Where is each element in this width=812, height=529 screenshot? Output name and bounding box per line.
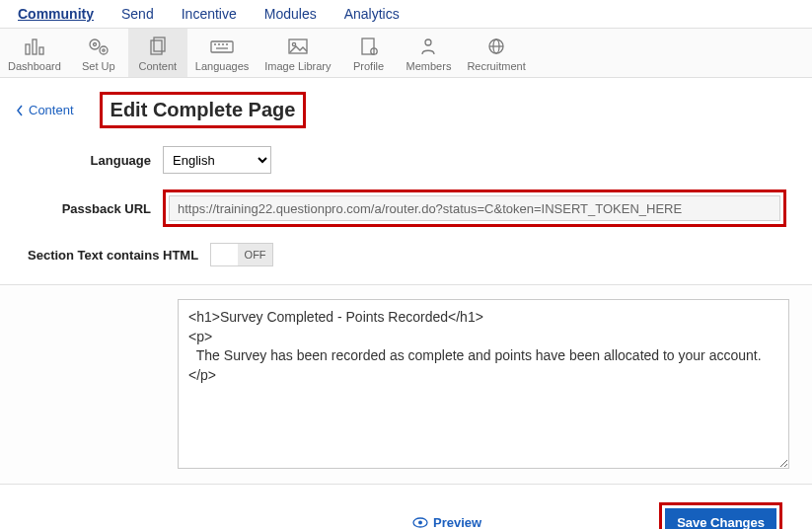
chart-icon [21, 35, 48, 58]
nav-analytics[interactable]: Analytics [344, 6, 400, 22]
svg-point-24 [418, 521, 422, 525]
svg-rect-7 [151, 40, 162, 54]
svg-point-5 [100, 46, 108, 54]
svg-point-16 [292, 42, 295, 45]
passback-label: Passback URL [0, 201, 163, 216]
toolbar-dashboard[interactable]: Dashboard [0, 29, 69, 77]
row-language: Language English [0, 138, 812, 182]
page-title-highlight: Edit Complete Page [100, 92, 307, 128]
svg-rect-2 [39, 47, 43, 54]
svg-point-3 [90, 39, 100, 49]
toolbar-recruitment[interactable]: Recruitment [459, 29, 533, 77]
svg-rect-17 [362, 38, 374, 54]
preview-label: Preview [433, 515, 481, 529]
language-label: Language [0, 153, 163, 168]
svg-rect-0 [26, 44, 30, 54]
image-icon [284, 35, 312, 58]
nav-send[interactable]: Send [121, 6, 154, 22]
chevron-left-icon [16, 105, 24, 116]
svg-rect-9 [211, 41, 233, 52]
save-button-highlight: Save Changes [659, 502, 782, 529]
breadcrumb-label: Content [29, 103, 74, 117]
section-text-editor[interactable] [178, 299, 789, 469]
toolbar-members[interactable]: Members [399, 29, 460, 77]
svg-point-4 [93, 43, 96, 46]
language-select[interactable]: English [163, 146, 271, 174]
row-passback: Passback URL [0, 182, 812, 235]
svg-rect-8 [154, 38, 165, 51]
toolbar-content[interactable]: Content [128, 29, 187, 77]
toggle-empty [211, 244, 238, 265]
nav-modules[interactable]: Modules [264, 6, 317, 22]
toolbar: Dashboard Set Up Content Languages Image… [0, 29, 812, 78]
nav-community[interactable]: Community [18, 6, 94, 22]
toolbar-label: Content [139, 60, 178, 72]
svg-point-19 [425, 39, 431, 45]
toolbar-label: Set Up [82, 60, 115, 72]
pages-icon [144, 35, 172, 58]
toolbar-label: Dashboard [8, 60, 61, 72]
top-nav: Community Send Incentive Modules Analyti… [0, 0, 812, 29]
keyboard-icon [208, 35, 236, 58]
footer-row: Preview Save Changes [0, 485, 812, 529]
page-title: Edit Complete Page [111, 99, 296, 121]
preview-link[interactable]: Preview [412, 515, 481, 529]
editor-panel [0, 284, 812, 485]
svg-rect-1 [33, 39, 37, 54]
globe-icon [482, 35, 510, 58]
document-gear-icon [355, 35, 383, 58]
row-section-html: Section Text contains HTML OFF [0, 235, 812, 274]
toolbar-profile[interactable]: Profile [339, 29, 399, 77]
nav-incentive[interactable]: Incentive [182, 6, 237, 22]
toolbar-image-library[interactable]: Image Library [257, 29, 338, 77]
toolbar-setup[interactable]: Set Up [69, 29, 128, 77]
eye-icon [412, 517, 428, 528]
section-html-label: Section Text contains HTML [28, 248, 198, 263]
toolbar-label: Image Library [264, 60, 331, 72]
toolbar-languages[interactable]: Languages [187, 29, 257, 77]
crumb-row: Content Edit Complete Page [0, 78, 812, 138]
section-html-toggle[interactable]: OFF [210, 243, 273, 266]
save-changes-button[interactable]: Save Changes [665, 508, 776, 529]
breadcrumb-back[interactable]: Content [10, 99, 80, 121]
toolbar-label: Languages [195, 60, 249, 72]
toolbar-label: Profile [353, 60, 384, 72]
passback-url-input[interactable] [169, 195, 780, 221]
svg-point-6 [103, 49, 105, 51]
toggle-off-label: OFF [238, 244, 272, 265]
gear-icon [85, 35, 112, 58]
toolbar-label: Members [406, 60, 452, 72]
passback-url-highlight [163, 189, 786, 227]
person-icon [414, 35, 442, 58]
toolbar-label: Recruitment [467, 60, 525, 72]
